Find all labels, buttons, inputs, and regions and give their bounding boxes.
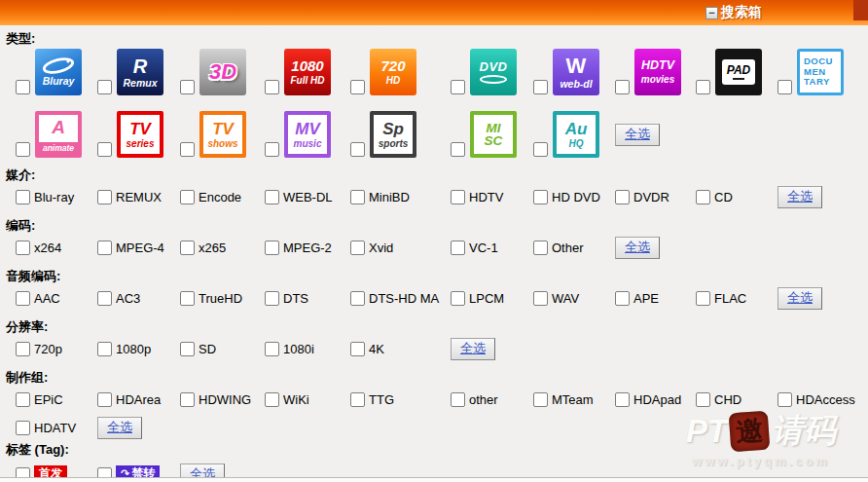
team-mteam-checkbox[interactable] (533, 392, 548, 407)
codec-mpeg-2-checkbox[interactable] (265, 241, 279, 255)
team-hdatv-checkbox[interactable] (16, 421, 30, 435)
codec-x264-checkbox[interactable] (16, 241, 30, 255)
tv-series-category-icon[interactable]: TV series (117, 111, 163, 158)
team-option-hdarea[interactable]: HDArea (97, 392, 180, 407)
codec-other-checkbox[interactable] (533, 241, 548, 255)
audio-option-lpcm[interactable]: LPCM (451, 291, 533, 306)
audio-select-all-button[interactable]: 全选 (778, 287, 822, 310)
codec-option-x265[interactable]: x265 (180, 241, 265, 255)
resolution-1080p-checkbox[interactable] (97, 342, 112, 356)
media-hd-dvd-checkbox[interactable] (533, 190, 548, 204)
audio-option-aac[interactable]: AAC (16, 291, 97, 306)
type-tv-series-checkbox[interactable] (97, 142, 112, 157)
type-select-all-button[interactable]: 全选 (615, 124, 660, 146)
resolution-option-1080i[interactable]: 1080i (265, 342, 350, 356)
codec-x265-checkbox[interactable] (180, 241, 195, 255)
media-option-hdtv[interactable]: HDTV (451, 190, 533, 204)
audio-option-truehd[interactable]: TrueHD (180, 291, 265, 306)
codec-option-vc-1[interactable]: VC-1 (451, 241, 533, 255)
media-remux-checkbox[interactable] (97, 190, 112, 204)
media-option-hd-dvd[interactable]: HD DVD (533, 190, 615, 204)
type-bluray-checkbox[interactable] (16, 80, 30, 94)
resolution-option-1080p[interactable]: 1080p (97, 342, 180, 356)
team-option-chd[interactable]: CHD (696, 392, 778, 407)
team-option-wiki[interactable]: WiKi (265, 392, 350, 407)
audio-option-flac[interactable]: FLAC (696, 291, 778, 306)
team-select-all-button[interactable]: 全选 (97, 417, 142, 439)
codec-vc-1-checkbox[interactable] (451, 241, 465, 255)
audio-option-wav[interactable]: WAV (533, 291, 615, 306)
type-1080-checkbox[interactable] (265, 80, 279, 94)
type-tv-shows-checkbox[interactable] (180, 142, 195, 157)
documentary-category-icon[interactable]: DOCU MEN TARY (797, 49, 844, 95)
team-option-hdatv[interactable]: HDATV (16, 421, 97, 435)
codec-option-other[interactable]: Other (533, 241, 615, 255)
resolution-option-sd[interactable]: SD (180, 342, 265, 356)
team-ttg-checkbox[interactable] (350, 392, 365, 407)
type-remux-checkbox[interactable] (97, 80, 112, 94)
media-web-dl-checkbox[interactable] (265, 190, 279, 204)
type-720-checkbox[interactable] (350, 80, 365, 94)
web-dl-category-icon[interactable]: W web-dl (553, 49, 599, 95)
1080-full-hd-category-icon[interactable]: 1080 Full HD (284, 49, 331, 95)
media-option-remux[interactable]: REMUX (97, 190, 180, 204)
team-other-checkbox[interactable] (451, 392, 465, 407)
codec-option-x264[interactable]: x264 (16, 241, 97, 255)
type-sp-sports-checkbox[interactable] (350, 142, 365, 157)
audio-flac-checkbox[interactable] (696, 291, 710, 306)
team-hdwing-checkbox[interactable] (180, 392, 195, 407)
media-encode-checkbox[interactable] (180, 190, 195, 204)
team-hdarea-checkbox[interactable] (97, 392, 112, 407)
codec-option-mpeg-4[interactable]: MPEG-4 (97, 241, 180, 255)
animate-category-icon[interactable]: A animate (35, 111, 82, 158)
type-hdtv-movies-checkbox[interactable] (615, 80, 630, 94)
audio-dts-checkbox[interactable] (265, 291, 279, 306)
team-hdapad-checkbox[interactable] (615, 392, 630, 407)
team-hdaccess-checkbox[interactable] (778, 392, 792, 407)
type-pad-checkbox[interactable] (696, 80, 710, 94)
pad-category-icon[interactable]: PAD (715, 49, 762, 95)
resolution-4k-checkbox[interactable] (350, 342, 365, 356)
type-misc-checkbox[interactable] (451, 142, 465, 157)
tv-shows-category-icon[interactable]: TV shows (199, 111, 246, 158)
3d-category-icon[interactable]: 3D (199, 49, 246, 95)
type-web-dl-checkbox[interactable] (533, 80, 548, 94)
media-option-blu-ray[interactable]: Blu-ray (16, 190, 97, 204)
media-option-cd[interactable]: CD (696, 190, 778, 204)
audio-dts-hd-ma-checkbox[interactable] (350, 291, 365, 306)
mv-music-category-icon[interactable]: MV music (284, 111, 331, 158)
team-option-hdwing[interactable]: HDWING (180, 392, 265, 407)
type-animate-checkbox[interactable] (16, 142, 30, 157)
resolution-1080i-checkbox[interactable] (265, 342, 279, 356)
codec-option-xvid[interactable]: Xvid (350, 241, 451, 255)
codec-select-all-button[interactable]: 全选 (615, 237, 660, 259)
collapse-icon[interactable]: − (705, 7, 718, 19)
type-dvd-checkbox[interactable] (451, 80, 465, 94)
type-au-hq-checkbox[interactable] (533, 142, 548, 157)
type-3d-checkbox[interactable] (180, 80, 195, 94)
media-blu-ray-checkbox[interactable] (16, 190, 30, 204)
resolution-option-4k[interactable]: 4K (350, 342, 451, 356)
720-hd-category-icon[interactable]: 720 HD (370, 49, 416, 95)
team-option-hdapad[interactable]: HDApad (615, 392, 696, 407)
media-cd-checkbox[interactable] (696, 190, 710, 204)
media-option-minibd[interactable]: MiniBD (350, 190, 451, 204)
audio-wav-checkbox[interactable] (533, 291, 548, 306)
media-select-all-button[interactable]: 全选 (778, 186, 822, 208)
codec-mpeg-4-checkbox[interactable] (97, 241, 112, 255)
audio-option-dts-hd-ma[interactable]: DTS-HD MA (350, 291, 451, 306)
audio-lpcm-checkbox[interactable] (451, 291, 465, 306)
team-wiki-checkbox[interactable] (265, 392, 279, 407)
type-mv-music-checkbox[interactable] (265, 142, 279, 157)
audio-ac3-checkbox[interactable] (97, 291, 112, 306)
audio-option-ape[interactable]: APE (615, 291, 696, 306)
audio-ape-checkbox[interactable] (615, 291, 630, 306)
team-epic-checkbox[interactable] (16, 392, 30, 407)
resolution-sd-checkbox[interactable] (180, 342, 195, 356)
resolution-720p-checkbox[interactable] (16, 342, 30, 356)
media-option-web-dl[interactable]: WEB-DL (265, 190, 350, 204)
hdtv-movies-category-icon[interactable]: HDTV movies (634, 49, 681, 95)
team-option-ttg[interactable]: TTG (350, 392, 451, 407)
team-option-hdaccess[interactable]: HDAccess (778, 392, 868, 407)
media-option-encode[interactable]: Encode (180, 190, 265, 204)
